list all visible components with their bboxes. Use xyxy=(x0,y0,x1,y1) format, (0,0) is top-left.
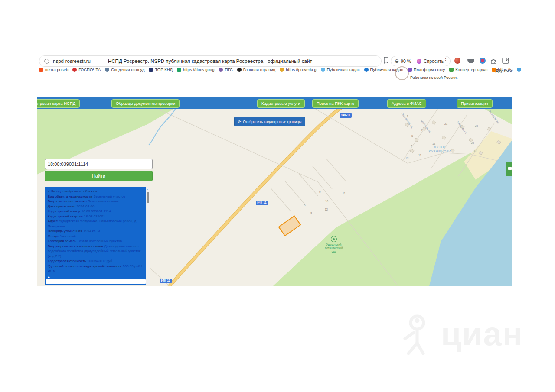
panel-footer xyxy=(46,279,146,284)
garden-icon xyxy=(331,236,337,242)
search-input[interactable] xyxy=(45,159,153,169)
panel-field: Кадастровый номер18:08:039001:1114 xyxy=(48,209,144,214)
find-button[interactable]: Найти xyxy=(45,171,153,181)
bookmark-item[interactable]: почта priseb xyxy=(39,67,68,72)
extension-icon-gray[interactable] xyxy=(467,59,474,63)
blue-dot-icon xyxy=(517,68,521,72)
map-canvas[interactable]: Кадастровая карта НСПД Образцы документо… xyxy=(37,97,512,286)
scroll-up-arrow[interactable]: ▲ xyxy=(47,275,50,278)
cian-watermark: циан xyxy=(402,312,523,355)
house-number: 11 xyxy=(343,192,346,195)
extensions-puzzle-icon[interactable] xyxy=(490,58,497,65)
bookmark-item[interactable]: Главная страниц xyxy=(237,67,275,72)
bookmark-item[interactable]: https://docs.goog xyxy=(177,67,214,72)
bookmark-item[interactable]: Публичная кадас xyxy=(321,67,360,72)
cian-logo-icon xyxy=(402,312,438,355)
settlement-label: ХУТОР КУЗНЕЦОВА xyxy=(424,145,456,154)
mail-icon xyxy=(39,68,43,72)
docs-icon xyxy=(177,68,181,72)
house-number: 8 xyxy=(411,134,413,137)
extension-icon-target[interactable] xyxy=(480,58,486,64)
botanical-garden-label: Удмуртский ботанический сад xyxy=(313,236,354,253)
panel-field: Площадь уточненная1994 кв. м xyxy=(48,229,144,234)
page-title: НСПД Росреестр. NSPD публичная кадастров… xyxy=(108,58,312,64)
house-number: 3 xyxy=(407,115,408,118)
house-number: 7 xyxy=(411,145,412,148)
refresh-icon: ⟳ xyxy=(238,120,241,124)
road-shield: 94К-11 xyxy=(160,279,172,283)
panel-field: Дата присвоения2024-08-06 xyxy=(48,204,144,209)
other-bookmarks[interactable]: Другие з xyxy=(496,68,512,73)
house-number: 12 xyxy=(325,208,328,211)
house-number: 8 xyxy=(310,212,312,215)
panel-field: Вид земельного участкаЗемлепользование xyxy=(48,199,144,204)
bookmark-item[interactable]: ГОСПОЧТА xyxy=(72,67,101,72)
show-borders-button[interactable]: ⟳ Отобразить кадастровые границы xyxy=(234,117,305,126)
house-number: 5 xyxy=(304,204,306,207)
map-control-button[interactable] xyxy=(506,162,512,176)
address-bar[interactable]: nspd-rosreestr.ru НСПД Росреестр. NSPD п… xyxy=(39,55,382,67)
bookmark-item[interactable]: Платформа госу xyxy=(408,67,445,72)
nav-button-cadastral-services[interactable]: Кадастровые услуги xyxy=(257,99,305,108)
house-number: 23 xyxy=(475,124,478,127)
site-tagline: Работаем по всей России. xyxy=(410,75,458,80)
zoom-out-icon[interactable]: ⊖ xyxy=(395,58,399,64)
object-info-panel: < Назад в найденные объекты Вид объекта … xyxy=(45,187,150,285)
road-shield: 94К-11 xyxy=(256,201,268,205)
panel-field: Удельный показатель кадастровой стоимост… xyxy=(48,264,144,274)
nav-button-document-samples[interactable]: Образцы документов проверки xyxy=(111,99,180,108)
tabs-panel-icon[interactable] xyxy=(502,58,509,64)
pgs-icon xyxy=(219,68,223,72)
house-number: 6 xyxy=(319,190,321,193)
ask-button[interactable]: Спросить xyxy=(424,58,444,64)
gospochta-icon xyxy=(72,68,77,72)
house-number: 21 xyxy=(444,122,447,125)
panel-scrollbar[interactable]: ▴ xyxy=(146,187,150,285)
globe-icon xyxy=(105,68,109,72)
panel-field: Кадастровая стоимость1003640.02 руб. xyxy=(48,259,144,264)
bookmark-item-icon-only[interactable] xyxy=(517,68,521,72)
url-text[interactable]: nspd-rosreestr.ru xyxy=(53,58,91,64)
bookmark-icon[interactable] xyxy=(383,57,389,64)
panel-field: Вид разрешенного использованияДля ведени… xyxy=(48,244,144,259)
bookmark-item[interactable]: Сведения о госуд xyxy=(105,67,144,72)
bookmarks-bar: почта priseb ГОСПОЧТА Сведения о госуд Т… xyxy=(39,67,521,72)
screenshot-root: nspd-rosreestr.ru НСПД Росреестр. NSPD п… xyxy=(0,0,555,392)
omnibox-right-group: ⊖ 90 % Спросить xyxy=(391,56,451,66)
house-number: 11 xyxy=(418,154,421,157)
platform-icon xyxy=(408,68,412,72)
bookmark-item[interactable]: https://proverki.g xyxy=(280,67,316,72)
panel-field: СтатусУчтенный xyxy=(48,234,144,239)
extension-icon-red[interactable] xyxy=(454,58,460,64)
map-icon xyxy=(364,68,369,72)
nav-button-fias-addresses[interactable]: Адреса в ФИАС xyxy=(387,99,426,108)
house-number: 12 xyxy=(432,142,435,145)
house-number: 28 xyxy=(471,141,474,144)
panel-field: Категория земельЗемли населенных пунктов xyxy=(48,239,144,244)
panel-field: АдресУдмуртская Республика, Завьяловский… xyxy=(48,219,144,229)
nav-button-privatization[interactable]: Приватизация xyxy=(457,99,493,108)
house-number: 19 xyxy=(405,156,408,159)
site-navbar: Кадастровая карта НСПД Образцы документо… xyxy=(37,97,512,109)
bookmarks-overflow-chevron[interactable]: » xyxy=(482,68,485,73)
panel-field: Вид объекта недвижимостиЗемельный участо… xyxy=(48,194,144,199)
site-info-icon[interactable] xyxy=(44,59,49,64)
bookmark-item[interactable]: Публичная кадас xyxy=(364,67,403,72)
back-link[interactable]: < Назад в найденные объекты xyxy=(48,189,97,193)
converter-icon xyxy=(449,68,454,72)
house-number: 9 xyxy=(421,129,422,132)
bookmark-item[interactable]: ТОР КНД xyxy=(149,67,173,72)
house-number: 30 xyxy=(473,149,476,152)
ai-assistant-icon[interactable] xyxy=(417,59,421,64)
zoom-level[interactable]: 90 % xyxy=(401,58,411,64)
road-shield: 94К-11 xyxy=(340,113,352,118)
nav-button-pkk-search[interactable]: Поиск на ПКК карте xyxy=(312,99,359,108)
map-icon xyxy=(321,68,325,72)
scrollbar-up-icon[interactable]: ▴ xyxy=(147,188,148,191)
more-menu-icon[interactable]: ⋮ xyxy=(443,57,448,63)
house-number: 10 xyxy=(325,200,328,203)
nav-button-cadastral-map[interactable]: Кадастровая карта НСПД xyxy=(37,99,80,108)
bookmark-item[interactable]: ПГС xyxy=(219,67,232,72)
home-icon xyxy=(237,68,242,72)
scrollbar-thumb[interactable] xyxy=(147,192,149,203)
